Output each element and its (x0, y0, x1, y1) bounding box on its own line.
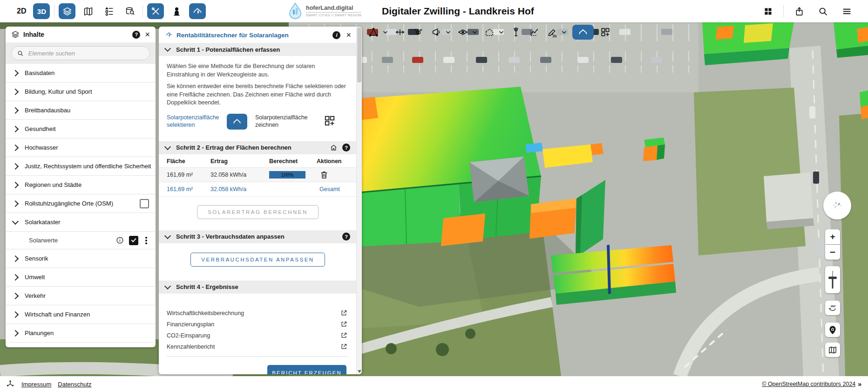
tilt-handle[interactable] (828, 277, 837, 279)
kebab-menu-icon[interactable] (145, 240, 147, 241)
gesamt-link[interactable]: Gesamt (319, 186, 351, 193)
mode-2d-button[interactable]: 2D (14, 5, 29, 17)
sidebar-item-gesundheit[interactable]: Gesundheit (6, 120, 156, 138)
chevron-down-icon[interactable] (472, 26, 478, 39)
help-icon[interactable] (132, 31, 140, 39)
chevron-down-icon[interactable] (382, 26, 388, 39)
sidebar-item-basisdaten[interactable]: Basisdaten (6, 64, 156, 83)
scrollbar-down-arrow[interactable] (358, 370, 361, 373)
visibility-button[interactable] (456, 26, 469, 39)
help-icon[interactable] (342, 233, 350, 241)
result-link-row[interactable]: Finanzierungsplan (167, 319, 347, 330)
sidebar-item-justiz[interactable]: Justiz, Rechtssystem und öffentliche Sic… (6, 157, 156, 176)
legend-button[interactable] (101, 3, 117, 19)
apps-grid-button[interactable] (760, 3, 776, 19)
help-icon[interactable] (342, 144, 350, 151)
sidebar-item-regionen[interactable]: Regionen und Städte (6, 176, 156, 194)
osm-attribution-link[interactable]: © OpenStreetMap contributors 2024 (762, 381, 855, 387)
step3-header[interactable]: Schritt 3 - Verbrauchsdaten anpassen (159, 230, 357, 243)
home-icon[interactable] (330, 144, 338, 151)
panel-scrollbar[interactable] (356, 27, 362, 374)
result-link-row[interactable]: Kennzahlenbericht (167, 341, 347, 352)
zoom-out-button[interactable]: − (825, 245, 840, 260)
external-link-button[interactable] (340, 343, 347, 350)
drone-view-button[interactable] (412, 26, 425, 39)
chevron-down-icon[interactable] (445, 26, 451, 39)
measure-distance-button[interactable] (393, 26, 407, 39)
info-icon[interactable] (116, 236, 124, 244)
data-search-button[interactable] (122, 3, 138, 19)
share-button[interactable] (791, 3, 807, 19)
sidebar-item-planungen[interactable]: Planungen (6, 324, 156, 343)
datenschutz-link[interactable]: Datenschutz (58, 381, 91, 388)
sidebar-item-hochwasser[interactable]: Hochwasser (6, 138, 156, 157)
menu-button[interactable] (838, 3, 855, 19)
sidebar-item-wirtschaft[interactable]: Wirtschaft und Finanzen (6, 305, 156, 324)
step2-title: Schritt 2 - Ertrag der Flächen berechnen (176, 144, 292, 151)
result-link-row[interactable]: Wirtschaftlichkeitsberechnung (167, 308, 347, 319)
apps-grid-icon (763, 7, 773, 16)
table-row[interactable]: 161,69 m² 32.058 kWh/a 100% (159, 167, 357, 182)
step2-header[interactable]: Schritt 2 - Ertrag der Flächen berechnen (159, 141, 357, 154)
draw-2d-button[interactable]: 2D (546, 26, 559, 39)
result-link-row[interactable]: CO2-Einsparung (167, 330, 347, 341)
rotate-360-button[interactable]: 360° (825, 301, 840, 315)
close-panel-button[interactable] (346, 31, 351, 39)
search-input[interactable] (27, 49, 144, 57)
select-solar-roof-button[interactable] (227, 114, 247, 130)
mode-3d-button[interactable]: 3D (33, 3, 50, 19)
table-total-row: 161,69 m² 32.058 kWh/a Gesamt (159, 182, 357, 197)
search-button[interactable] (814, 3, 831, 19)
attribution-more-link[interactable]: » (858, 380, 861, 388)
step4-header[interactable]: Schritt 4 - Ergebnisse (159, 281, 357, 294)
close-sidebar-button[interactable] (145, 30, 150, 39)
sidebar-item-bildung[interactable]: Bildung, Kultur und Sport (6, 83, 156, 101)
home-location-button[interactable] (825, 323, 840, 337)
zoom-in-button[interactable]: + (825, 229, 840, 244)
impressum-link[interactable]: Impressum (21, 381, 51, 388)
sidebar-item-rollstuhl[interactable]: Rollstuhlzugängliche Orte (OSM) (6, 194, 156, 213)
map-legend-button[interactable] (825, 343, 840, 357)
bericht-erzeugen-button[interactable]: BERICHT ERZEUGEN (267, 365, 346, 374)
elevation-profile-button[interactable] (528, 26, 541, 39)
draw-building-button[interactable] (483, 26, 496, 39)
basemap-button[interactable] (80, 3, 96, 19)
sidebar-item-verkehr[interactable]: Verkehr (6, 287, 156, 305)
external-link-button[interactable] (340, 309, 347, 316)
tilt-slider[interactable] (825, 266, 840, 293)
select-solar-roof-button[interactable] (572, 25, 594, 40)
sidebar-item-sensorik[interactable]: Sensorik (6, 249, 156, 268)
sidebar-subitem-solarwerte[interactable]: Solarwerte (6, 232, 156, 249)
layer-checkbox-checked[interactable] (129, 236, 138, 245)
layers-button[interactable] (59, 3, 75, 19)
solar-calculator-button[interactable] (189, 3, 206, 19)
sidebar-item-solarkataster[interactable]: Solarkataster (6, 213, 156, 232)
draw-solar-area-button[interactable] (324, 115, 336, 127)
measure-area-button[interactable] (367, 26, 380, 39)
external-link-button[interactable] (340, 321, 347, 328)
chevron-down-icon[interactable] (498, 26, 504, 39)
tools-icon (151, 7, 161, 16)
tools-button[interactable] (147, 3, 164, 19)
street-view-button[interactable] (168, 3, 185, 19)
sidebar-item-label: Breitbandausbau (25, 107, 70, 114)
draw-solar-area-button[interactable] (599, 26, 612, 39)
viewshed-button[interactable] (430, 26, 443, 39)
sidebar-item-umwelt[interactable]: Umwelt (6, 268, 156, 287)
layer-checkbox[interactable] (140, 199, 149, 208)
select-solar-area-label[interactable]: Solarpotenzialfläche selektieren (167, 114, 224, 129)
solarertrag-berechnen-button[interactable]: SOLARERTRAG BERECHNEN (197, 205, 319, 219)
draw-solar-area-label[interactable]: Solarpotenzialfläche zeichnen (255, 114, 311, 129)
step1-header[interactable]: Schritt 1 - Potenzialflächen erfassen (159, 43, 357, 56)
chevron-down-icon[interactable] (561, 26, 567, 39)
scrollbar-thumb[interactable] (357, 28, 361, 83)
3d-axes-icon[interactable] (6, 379, 15, 389)
solar-panel-bolt-icon (165, 31, 173, 39)
delete-row-button[interactable] (319, 170, 329, 179)
sidebar-item-breitbandausbau[interactable]: Breitbandausbau (6, 101, 156, 120)
external-link-button[interactable] (340, 332, 347, 339)
street-lamp-button[interactable] (509, 26, 522, 39)
info-icon[interactable] (332, 31, 340, 39)
compass[interactable]: N (823, 192, 851, 220)
verbrauchsdaten-anpassen-button[interactable]: VERBRAUCHSDATEN ANPASSEN (190, 253, 325, 267)
